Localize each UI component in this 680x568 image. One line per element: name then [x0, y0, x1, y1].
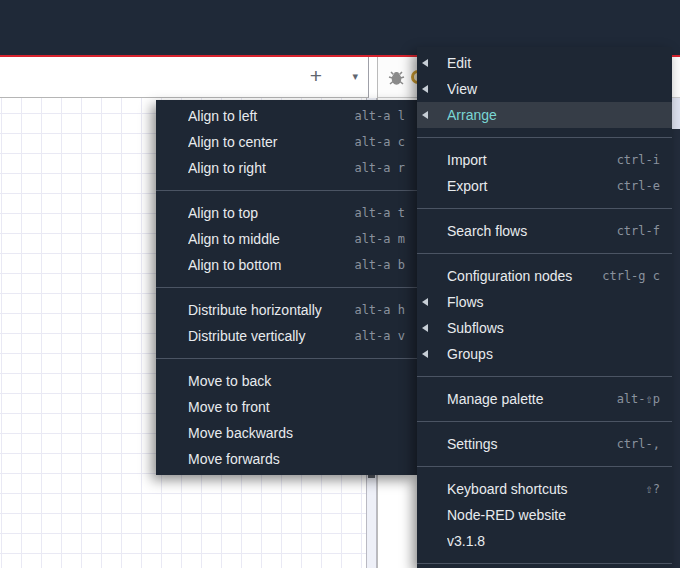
- main-dropdown-menu: Edit View Arrange Import ctrl-i Export c…: [417, 47, 672, 568]
- menu-item-label: v3.1.8: [447, 533, 648, 549]
- menu-item-import[interactable]: Import ctrl-i: [417, 147, 672, 173]
- menu-divider: [417, 208, 672, 209]
- menu-item-arrange[interactable]: Arrange: [417, 102, 672, 128]
- menu-item-label: Arrange: [447, 107, 648, 123]
- menu-item-shortcut: alt-a m: [354, 232, 405, 246]
- menu-item-shortcut: ctrl-f: [617, 224, 660, 238]
- menu-item-label: Align to right: [188, 160, 342, 176]
- menu-item-shortcut: alt-a v: [354, 329, 405, 343]
- menu-item-v3-1-8[interactable]: v3.1.8: [417, 528, 672, 554]
- menu-item-move-forwards[interactable]: Move forwards: [156, 446, 417, 472]
- menu-item-shortcut: ⇧?: [646, 482, 660, 496]
- menu-item-label: Node-RED website: [447, 507, 648, 523]
- menu-item-shortcut: ctrl-e: [617, 179, 660, 193]
- menu-item-move-backwards[interactable]: Move backwards: [156, 420, 417, 446]
- menu-divider: [417, 253, 672, 254]
- menu-item-align-to-top[interactable]: Align to top alt-a t: [156, 200, 417, 226]
- menu-item-shortcut: alt-a t: [354, 206, 405, 220]
- menu-item-label: Move to front: [188, 399, 393, 415]
- menu-item-align-to-middle[interactable]: Align to middle alt-a m: [156, 226, 417, 252]
- menu-item-node-red-website[interactable]: Node-RED website: [417, 502, 672, 528]
- menu-item-move-to-back[interactable]: Move to back: [156, 368, 417, 394]
- menu-item-label: Keyboard shortcuts: [447, 481, 634, 497]
- menu-item-label: Search flows: [447, 223, 605, 239]
- menu-item-search-flows[interactable]: Search flows ctrl-f: [417, 218, 672, 244]
- menu-item-keyboard-shortcuts[interactable]: Keyboard shortcuts ⇧?: [417, 476, 672, 502]
- menu-item-label: Move forwards: [188, 451, 393, 467]
- menu-item-shortcut: alt-a l: [354, 109, 405, 123]
- submenu-arrow-icon: [422, 59, 428, 67]
- menu-item-label: Flows: [447, 294, 648, 310]
- menu-item-shortcut: alt-⇧p: [617, 392, 660, 406]
- add-flow-button[interactable]: +: [304, 64, 328, 88]
- menu-item-shortcut: ctrl-g c: [602, 269, 660, 283]
- flow-tab-bar: + ▾: [0, 57, 369, 98]
- menu-item-label: Distribute vertically: [188, 328, 342, 344]
- sidebar-scroll-track: [672, 98, 680, 129]
- menu-item-distribute-vertically[interactable]: Distribute vertically alt-a v: [156, 323, 417, 349]
- menu-item-shortcut: alt-a r: [354, 161, 405, 175]
- menu-divider: [417, 563, 672, 564]
- menu-item-groups[interactable]: Groups: [417, 341, 672, 367]
- menu-item-label: Groups: [447, 346, 648, 362]
- menu-item-shortcut: alt-a b: [354, 258, 405, 272]
- menu-item-label: View: [447, 81, 648, 97]
- menu-item-align-to-right[interactable]: Align to right alt-a r: [156, 155, 417, 181]
- menu-item-label: Edit: [447, 55, 648, 71]
- menu-item-align-to-bottom[interactable]: Align to bottom alt-a b: [156, 252, 417, 278]
- menu-item-manage-palette[interactable]: Manage palette alt-⇧p: [417, 386, 672, 412]
- submenu-arrow-icon: [422, 298, 428, 306]
- menu-item-label: Align to middle: [188, 231, 342, 247]
- menu-item-label: Move backwards: [188, 425, 393, 441]
- menu-item-move-to-front[interactable]: Move to front: [156, 394, 417, 420]
- menu-divider: [417, 137, 672, 138]
- menu-item-label: Subflows: [447, 320, 648, 336]
- menu-item-shortcut: ctrl-,: [617, 437, 660, 451]
- menu-item-label: Align to bottom: [188, 257, 342, 273]
- menu-item-shortcut: alt-a h: [354, 303, 405, 317]
- menu-item-label: Distribute horizontally: [188, 302, 342, 318]
- menu-item-flows[interactable]: Flows: [417, 289, 672, 315]
- menu-divider: [156, 190, 417, 191]
- menu-item-label: Align to top: [188, 205, 342, 221]
- menu-item-shortcut: ctrl-i: [617, 153, 660, 167]
- menu-item-settings[interactable]: Settings ctrl-,: [417, 431, 672, 457]
- tab-list-button[interactable]: ▾: [352, 70, 358, 83]
- menu-item-label: Import: [447, 152, 605, 168]
- menu-item-view[interactable]: View: [417, 76, 672, 102]
- menu-divider: [417, 376, 672, 377]
- menu-item-label: Configuration nodes: [447, 268, 590, 284]
- menu-item-export[interactable]: Export ctrl-e: [417, 173, 672, 199]
- menu-item-align-to-left[interactable]: Align to left alt-a l: [156, 103, 417, 129]
- menu-item-label: Align to left: [188, 108, 342, 124]
- submenu-arrow-icon: [422, 350, 428, 358]
- menu-item-configuration-nodes[interactable]: Configuration nodes ctrl-g c: [417, 263, 672, 289]
- menu-divider: [156, 358, 417, 359]
- submenu-arrow-icon: [422, 324, 428, 332]
- submenu-arrow-icon: [422, 111, 428, 119]
- debug-bug-icon[interactable]: [388, 69, 405, 86]
- menu-divider: [156, 287, 417, 288]
- window-edge-strip: [672, 129, 680, 568]
- menu-item-label: Align to center: [188, 134, 342, 150]
- menu-item-shortcut: alt-a c: [354, 135, 405, 149]
- menu-item-label: Settings: [447, 436, 605, 452]
- menu-item-align-to-center[interactable]: Align to center alt-a c: [156, 129, 417, 155]
- submenu-arrow-icon: [422, 85, 428, 93]
- menu-item-label: Move to back: [188, 373, 393, 389]
- menu-item-edit[interactable]: Edit: [417, 50, 672, 76]
- menu-item-subflows[interactable]: Subflows: [417, 315, 672, 341]
- menu-item-label: Manage palette: [447, 391, 605, 407]
- menu-item-distribute-horizontally[interactable]: Distribute horizontally alt-a h: [156, 297, 417, 323]
- menu-item-label: Export: [447, 178, 605, 194]
- menu-divider: [417, 421, 672, 422]
- menu-divider: [417, 466, 672, 467]
- arrange-submenu: Align to left alt-a l Align to center al…: [156, 100, 417, 475]
